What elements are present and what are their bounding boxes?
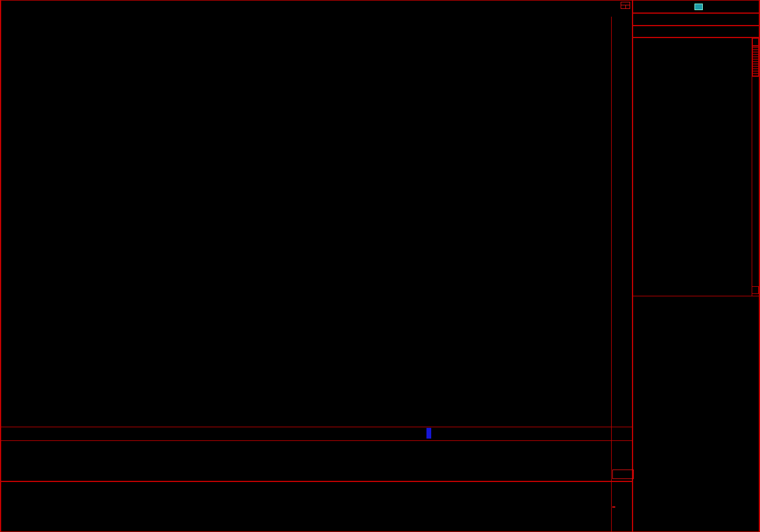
chart-bottom-line [0, 427, 632, 427]
panel-header[interactable] [633, 0, 759, 13]
panel-tabs [633, 296, 759, 308]
top-info-bar [1, 0, 611, 17]
class-table-header [633, 26, 759, 37]
index-list [633, 38, 759, 296]
mini-chart-icon[interactable] [694, 4, 703, 10]
scroll-up-icon[interactable] [752, 38, 759, 46]
top-border [0, 0, 760, 1]
layout-window-icon[interactable] [621, 2, 630, 9]
left-border [0, 0, 1, 532]
scroll-down-icon[interactable] [752, 286, 759, 294]
rsi-indicator-header [2, 483, 7, 491]
rsi-axis-tick [612, 506, 615, 508]
scroll-thumb[interactable] [752, 46, 759, 77]
volume-bottom-line [0, 481, 632, 482]
index-scrollbar[interactable] [752, 38, 759, 296]
volume-unit-label [612, 470, 634, 479]
cursor-date-label [426, 428, 431, 439]
date-row-line [0, 440, 632, 441]
axis-divider [611, 17, 612, 531]
quote-panel [632, 0, 760, 532]
exchange-title [633, 14, 759, 25]
